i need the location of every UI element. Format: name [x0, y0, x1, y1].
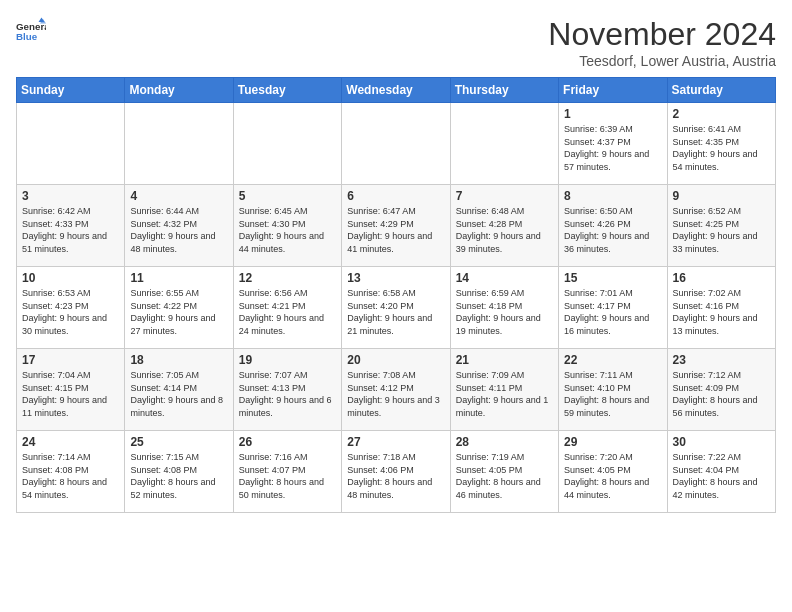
day-number: 19 [239, 353, 336, 367]
calendar-cell: 30Sunrise: 7:22 AM Sunset: 4:04 PM Dayli… [667, 431, 775, 513]
day-number: 23 [673, 353, 770, 367]
day-info: Sunrise: 6:42 AM Sunset: 4:33 PM Dayligh… [22, 205, 119, 255]
weekday-header-friday: Friday [559, 78, 667, 103]
calendar-cell [17, 103, 125, 185]
calendar-cell: 2Sunrise: 6:41 AM Sunset: 4:35 PM Daylig… [667, 103, 775, 185]
day-info: Sunrise: 6:56 AM Sunset: 4:21 PM Dayligh… [239, 287, 336, 337]
day-number: 5 [239, 189, 336, 203]
day-number: 18 [130, 353, 227, 367]
day-number: 28 [456, 435, 553, 449]
calendar-cell: 1Sunrise: 6:39 AM Sunset: 4:37 PM Daylig… [559, 103, 667, 185]
week-row-3: 10Sunrise: 6:53 AM Sunset: 4:23 PM Dayli… [17, 267, 776, 349]
day-info: Sunrise: 7:12 AM Sunset: 4:09 PM Dayligh… [673, 369, 770, 419]
day-info: Sunrise: 7:09 AM Sunset: 4:11 PM Dayligh… [456, 369, 553, 419]
day-number: 13 [347, 271, 444, 285]
day-number: 11 [130, 271, 227, 285]
calendar-cell: 15Sunrise: 7:01 AM Sunset: 4:17 PM Dayli… [559, 267, 667, 349]
calendar-cell: 13Sunrise: 6:58 AM Sunset: 4:20 PM Dayli… [342, 267, 450, 349]
day-info: Sunrise: 7:02 AM Sunset: 4:16 PM Dayligh… [673, 287, 770, 337]
day-info: Sunrise: 7:05 AM Sunset: 4:14 PM Dayligh… [130, 369, 227, 419]
day-number: 29 [564, 435, 661, 449]
day-number: 6 [347, 189, 444, 203]
day-info: Sunrise: 6:50 AM Sunset: 4:26 PM Dayligh… [564, 205, 661, 255]
day-info: Sunrise: 7:14 AM Sunset: 4:08 PM Dayligh… [22, 451, 119, 501]
day-info: Sunrise: 6:47 AM Sunset: 4:29 PM Dayligh… [347, 205, 444, 255]
weekday-header-monday: Monday [125, 78, 233, 103]
day-info: Sunrise: 7:08 AM Sunset: 4:12 PM Dayligh… [347, 369, 444, 419]
day-number: 24 [22, 435, 119, 449]
day-info: Sunrise: 6:45 AM Sunset: 4:30 PM Dayligh… [239, 205, 336, 255]
day-number: 10 [22, 271, 119, 285]
day-info: Sunrise: 6:58 AM Sunset: 4:20 PM Dayligh… [347, 287, 444, 337]
calendar-cell: 21Sunrise: 7:09 AM Sunset: 4:11 PM Dayli… [450, 349, 558, 431]
day-number: 21 [456, 353, 553, 367]
day-info: Sunrise: 6:44 AM Sunset: 4:32 PM Dayligh… [130, 205, 227, 255]
day-number: 22 [564, 353, 661, 367]
day-info: Sunrise: 6:48 AM Sunset: 4:28 PM Dayligh… [456, 205, 553, 255]
day-info: Sunrise: 6:59 AM Sunset: 4:18 PM Dayligh… [456, 287, 553, 337]
day-number: 17 [22, 353, 119, 367]
calendar-cell: 27Sunrise: 7:18 AM Sunset: 4:06 PM Dayli… [342, 431, 450, 513]
week-row-2: 3Sunrise: 6:42 AM Sunset: 4:33 PM Daylig… [17, 185, 776, 267]
calendar-cell: 28Sunrise: 7:19 AM Sunset: 4:05 PM Dayli… [450, 431, 558, 513]
day-number: 9 [673, 189, 770, 203]
day-number: 14 [456, 271, 553, 285]
day-info: Sunrise: 6:39 AM Sunset: 4:37 PM Dayligh… [564, 123, 661, 173]
day-info: Sunrise: 6:55 AM Sunset: 4:22 PM Dayligh… [130, 287, 227, 337]
calendar-cell: 9Sunrise: 6:52 AM Sunset: 4:25 PM Daylig… [667, 185, 775, 267]
day-number: 26 [239, 435, 336, 449]
calendar-cell [450, 103, 558, 185]
month-title: November 2024 [548, 16, 776, 53]
calendar-cell: 18Sunrise: 7:05 AM Sunset: 4:14 PM Dayli… [125, 349, 233, 431]
logo: General Blue [16, 16, 46, 46]
day-number: 25 [130, 435, 227, 449]
calendar-cell [125, 103, 233, 185]
week-row-4: 17Sunrise: 7:04 AM Sunset: 4:15 PM Dayli… [17, 349, 776, 431]
week-row-5: 24Sunrise: 7:14 AM Sunset: 4:08 PM Dayli… [17, 431, 776, 513]
day-number: 7 [456, 189, 553, 203]
weekday-header-sunday: Sunday [17, 78, 125, 103]
calendar-cell [233, 103, 341, 185]
weekday-header-saturday: Saturday [667, 78, 775, 103]
calendar-cell: 23Sunrise: 7:12 AM Sunset: 4:09 PM Dayli… [667, 349, 775, 431]
calendar-cell: 10Sunrise: 6:53 AM Sunset: 4:23 PM Dayli… [17, 267, 125, 349]
day-info: Sunrise: 7:11 AM Sunset: 4:10 PM Dayligh… [564, 369, 661, 419]
day-info: Sunrise: 7:04 AM Sunset: 4:15 PM Dayligh… [22, 369, 119, 419]
weekday-header-thursday: Thursday [450, 78, 558, 103]
calendar-cell: 14Sunrise: 6:59 AM Sunset: 4:18 PM Dayli… [450, 267, 558, 349]
day-number: 1 [564, 107, 661, 121]
calendar-cell: 16Sunrise: 7:02 AM Sunset: 4:16 PM Dayli… [667, 267, 775, 349]
calendar-cell: 3Sunrise: 6:42 AM Sunset: 4:33 PM Daylig… [17, 185, 125, 267]
calendar-cell: 8Sunrise: 6:50 AM Sunset: 4:26 PM Daylig… [559, 185, 667, 267]
calendar-cell: 11Sunrise: 6:55 AM Sunset: 4:22 PM Dayli… [125, 267, 233, 349]
header: General Blue November 2024 Teesdorf, Low… [16, 16, 776, 69]
day-number: 20 [347, 353, 444, 367]
day-info: Sunrise: 7:16 AM Sunset: 4:07 PM Dayligh… [239, 451, 336, 501]
day-number: 16 [673, 271, 770, 285]
day-number: 27 [347, 435, 444, 449]
calendar-cell: 7Sunrise: 6:48 AM Sunset: 4:28 PM Daylig… [450, 185, 558, 267]
calendar-cell: 22Sunrise: 7:11 AM Sunset: 4:10 PM Dayli… [559, 349, 667, 431]
day-number: 4 [130, 189, 227, 203]
title-block: November 2024 Teesdorf, Lower Austria, A… [548, 16, 776, 69]
calendar-cell: 12Sunrise: 6:56 AM Sunset: 4:21 PM Dayli… [233, 267, 341, 349]
day-info: Sunrise: 7:19 AM Sunset: 4:05 PM Dayligh… [456, 451, 553, 501]
calendar-cell: 20Sunrise: 7:08 AM Sunset: 4:12 PM Dayli… [342, 349, 450, 431]
svg-text:Blue: Blue [16, 31, 38, 42]
calendar-cell: 5Sunrise: 6:45 AM Sunset: 4:30 PM Daylig… [233, 185, 341, 267]
day-info: Sunrise: 7:18 AM Sunset: 4:06 PM Dayligh… [347, 451, 444, 501]
day-number: 12 [239, 271, 336, 285]
day-number: 15 [564, 271, 661, 285]
day-info: Sunrise: 6:52 AM Sunset: 4:25 PM Dayligh… [673, 205, 770, 255]
day-info: Sunrise: 7:01 AM Sunset: 4:17 PM Dayligh… [564, 287, 661, 337]
calendar-cell: 26Sunrise: 7:16 AM Sunset: 4:07 PM Dayli… [233, 431, 341, 513]
day-info: Sunrise: 6:41 AM Sunset: 4:35 PM Dayligh… [673, 123, 770, 173]
calendar-cell: 29Sunrise: 7:20 AM Sunset: 4:05 PM Dayli… [559, 431, 667, 513]
day-number: 2 [673, 107, 770, 121]
logo-icon: General Blue [16, 16, 46, 46]
weekday-header-wednesday: Wednesday [342, 78, 450, 103]
day-info: Sunrise: 7:15 AM Sunset: 4:08 PM Dayligh… [130, 451, 227, 501]
day-info: Sunrise: 7:20 AM Sunset: 4:05 PM Dayligh… [564, 451, 661, 501]
day-number: 30 [673, 435, 770, 449]
calendar-cell: 24Sunrise: 7:14 AM Sunset: 4:08 PM Dayli… [17, 431, 125, 513]
